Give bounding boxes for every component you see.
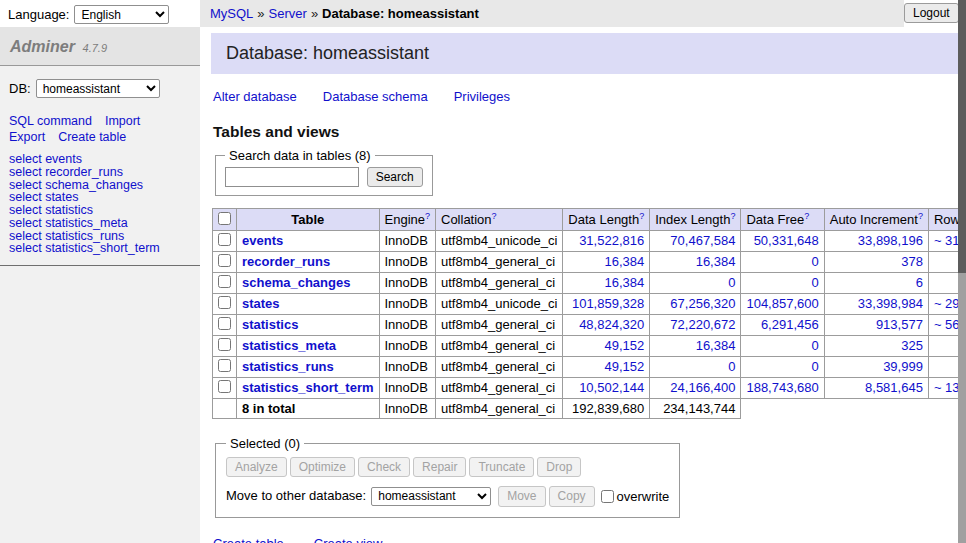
sidebar-item-select-statistics-short-term[interactable]: select statistics_short_term: [9, 242, 190, 255]
sidebar-link-create-table[interactable]: Create table: [58, 130, 126, 144]
table-link-recorder-runs[interactable]: recorder_runs: [242, 254, 330, 269]
sidebar-link-import[interactable]: Import: [105, 114, 140, 128]
scrollbar-thumb[interactable]: [958, 0, 966, 273]
adminer-version: 4.7.9: [83, 42, 107, 54]
index-length-link-statistics-meta[interactable]: 16,384: [696, 338, 736, 353]
data-length-link-statistics-meta[interactable]: 49,152: [604, 338, 644, 353]
cell-engine: InnoDB: [379, 377, 436, 398]
row-checkbox-statistics-runs[interactable]: [218, 359, 231, 372]
action-privileges[interactable]: Privileges: [454, 89, 510, 104]
index-length-link-statistics[interactable]: 72,220,672: [670, 317, 735, 332]
auto-increment-link-recorder-runs[interactable]: 378: [901, 254, 923, 269]
column-help-auto-increment-icon[interactable]: ?: [918, 211, 923, 221]
column-help-index-length-icon[interactable]: ?: [730, 211, 735, 221]
auto-increment-link-statistics-short-term[interactable]: 8,581,645: [865, 380, 923, 395]
create-view-link[interactable]: Create view: [314, 536, 383, 543]
cell-data-length: 16,384: [563, 251, 650, 272]
breadcrumb-link-mysql[interactable]: MySQL: [210, 6, 253, 21]
data-length-link-schema-changes[interactable]: 16,384: [604, 275, 644, 290]
data-free-link-statistics-short-term[interactable]: 188,743,680: [746, 380, 818, 395]
sidebar-item-select-recorder-runs[interactable]: select recorder_runs: [9, 166, 190, 179]
table-link-statistics-runs[interactable]: statistics_runs: [242, 359, 334, 374]
row-checkbox-states[interactable]: [218, 296, 231, 309]
optimize-button[interactable]: Optimize: [290, 457, 355, 477]
table-link-statistics-meta[interactable]: statistics_meta: [242, 338, 336, 353]
table-link-states[interactable]: states: [242, 296, 280, 311]
vertical-scrollbar[interactable]: [958, 0, 966, 543]
auto-increment-link-statistics[interactable]: 913,577: [876, 317, 923, 332]
breadcrumb-link-server[interactable]: Server: [269, 6, 307, 21]
data-length-link-statistics-runs[interactable]: 49,152: [604, 359, 644, 374]
create-table-link[interactable]: Create table: [213, 536, 284, 543]
index-length-link-states[interactable]: 67,256,320: [670, 296, 735, 311]
sidebar-link-sql-command[interactable]: SQL command: [9, 114, 92, 128]
overwrite-checkbox[interactable]: [601, 490, 614, 503]
repair-button[interactable]: Repair: [413, 457, 466, 477]
data-free-link-statistics-meta[interactable]: 0: [811, 338, 818, 353]
sidebar-item-select-statistics-meta[interactable]: select statistics_meta: [9, 217, 190, 230]
db-select[interactable]: homeassistant: [36, 79, 160, 98]
index-length-link-schema-changes[interactable]: 0: [728, 275, 735, 290]
search-button[interactable]: Search: [367, 167, 423, 187]
table-link-statistics[interactable]: statistics: [242, 317, 298, 332]
column-help-collation-icon[interactable]: ?: [492, 211, 497, 221]
table-link-events[interactable]: events: [242, 233, 283, 248]
data-free-link-states[interactable]: 104,857,600: [746, 296, 818, 311]
index-length-link-recorder-runs[interactable]: 16,384: [696, 254, 736, 269]
data-length-link-recorder-runs[interactable]: 16,384: [604, 254, 644, 269]
sidebar-link-export[interactable]: Export: [9, 130, 45, 144]
cell-data-length: 49,152: [563, 356, 650, 377]
analyze-button[interactable]: Analyze: [226, 457, 287, 477]
check-button[interactable]: Check: [358, 457, 410, 477]
index-length-link-statistics-runs[interactable]: 0: [728, 359, 735, 374]
column-help-data-length-icon[interactable]: ?: [639, 211, 644, 221]
action-alter-database[interactable]: Alter database: [213, 89, 297, 104]
auto-increment-link-states[interactable]: 33,398,984: [858, 296, 923, 311]
data-free-link-statistics-runs[interactable]: 0: [811, 359, 818, 374]
index-length-link-statistics-short-term[interactable]: 24,166,400: [670, 380, 735, 395]
column-label: Index Length: [655, 213, 730, 228]
copy-button[interactable]: Copy: [549, 486, 595, 506]
data-free-link-statistics[interactable]: 6,291,456: [761, 317, 819, 332]
action-database-schema[interactable]: Database schema: [323, 89, 428, 104]
move-button[interactable]: Move: [498, 486, 545, 506]
drop-button[interactable]: Drop: [537, 457, 581, 477]
row-checkbox-events[interactable]: [218, 233, 231, 246]
table-link-statistics-short-term[interactable]: statistics_short_term: [242, 380, 374, 395]
row-checkbox-statistics-short-term[interactable]: [218, 380, 231, 393]
column-help-data-free-icon[interactable]: ?: [804, 211, 809, 221]
data-length-link-events[interactable]: 31,522,816: [579, 233, 644, 248]
select-all-checkbox[interactable]: [218, 212, 231, 225]
row-checkbox-statistics-meta[interactable]: [218, 338, 231, 351]
data-length-link-states[interactable]: 101,859,328: [572, 296, 644, 311]
column-label: Collation: [441, 213, 492, 228]
adminer-brand-link[interactable]: Adminer: [10, 38, 75, 55]
auto-increment-link-events[interactable]: 33,898,196: [858, 233, 923, 248]
auto-increment-link-statistics-meta[interactable]: 325: [901, 338, 923, 353]
data-length-link-statistics-short-term[interactable]: 10,502,144: [579, 380, 644, 395]
row-checkbox-schema-changes[interactable]: [218, 275, 231, 288]
move-db-select[interactable]: homeassistant: [371, 487, 491, 506]
truncate-button[interactable]: Truncate: [469, 457, 534, 477]
auto-increment-link-statistics-runs[interactable]: 39,999: [883, 359, 923, 374]
data-free-link-schema-changes[interactable]: 0: [811, 275, 818, 290]
table-link-schema-changes[interactable]: schema_changes: [242, 275, 350, 290]
sidebar-item-select-events[interactable]: select events: [9, 153, 190, 166]
sidebar-item-select-statistics[interactable]: select statistics: [9, 204, 190, 217]
data-free-link-recorder-runs[interactable]: 0: [811, 254, 818, 269]
row-checkbox-statistics[interactable]: [218, 317, 231, 330]
cell-index-length: 0: [650, 272, 741, 293]
column-header-engine: Engine?: [379, 209, 436, 230]
row-checkbox-recorder-runs[interactable]: [218, 254, 231, 267]
search-input[interactable]: [225, 167, 359, 187]
data-free-link-events[interactable]: 50,331,648: [754, 233, 819, 248]
totals-empty-cell: [213, 398, 237, 418]
logout-button[interactable]: Logout: [904, 3, 959, 23]
search-fieldset: Search data in tables (8) Search: [215, 148, 433, 196]
auto-increment-link-schema-changes[interactable]: 6: [916, 275, 923, 290]
data-length-link-statistics[interactable]: 48,824,320: [579, 317, 644, 332]
column-help-engine-icon[interactable]: ?: [425, 211, 430, 221]
language-select[interactable]: English: [74, 5, 169, 24]
index-length-link-events[interactable]: 70,467,584: [670, 233, 735, 248]
cell-data-length: 48,824,320: [563, 314, 650, 335]
